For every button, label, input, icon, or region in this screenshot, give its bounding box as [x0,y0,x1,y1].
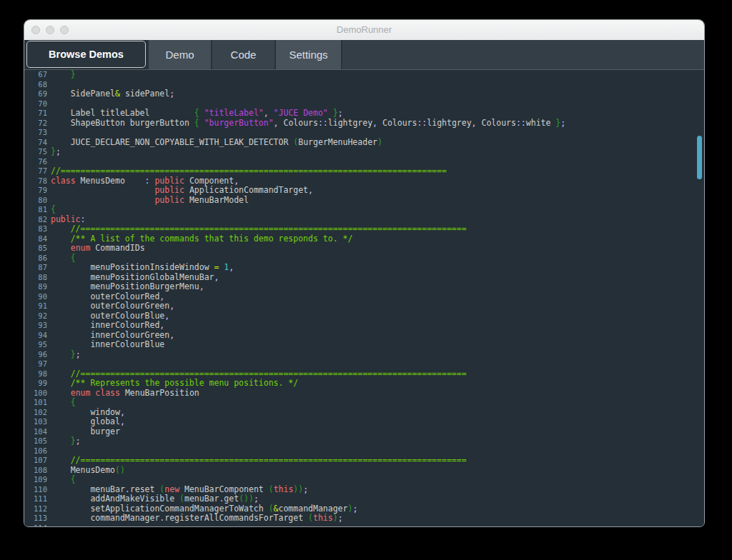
code-text: ShapeButton burgerButton { "burgerButton… [51,119,704,129]
code-line: 96 }; [24,350,704,360]
code-text: enum class MenuBarPosition [51,389,704,399]
code-line: 77//====================================… [24,166,704,176]
line-number: 82 [24,215,51,225]
line-number: 87 [24,263,51,273]
code-text [51,157,704,167]
browse-demos-button[interactable]: Browse Demos [26,41,146,68]
line-number: 77 [24,166,51,176]
line-number: 90 [24,292,51,302]
code-line: 102 window, [24,408,704,418]
code-text: }; [51,147,704,157]
line-number: 73 [24,128,51,138]
code-text: enum CommandIDs [51,244,704,254]
code-line: 84 /** A list of the commands that this … [24,234,704,244]
code-text: { [51,475,704,485]
code-text: { [51,205,704,215]
code-line: 82public: [24,215,704,225]
code-text [51,99,704,109]
browse-demos-zone: Browse Demos [24,40,147,69]
code-line: 92 outerColourBlue, [24,311,704,321]
code-text: //======================================… [51,224,704,234]
code-text [51,359,704,369]
line-number: 92 [24,311,51,321]
code-text: menuBar.reset (new MenuBarComponent (thi… [51,485,704,495]
code-text: class MenusDemo : public Component, [51,176,704,186]
tab-bar-filler [342,40,704,69]
code-line: 75}; [24,147,704,157]
code-text: MenusDemo() [51,466,704,476]
line-number: 81 [24,205,51,215]
line-number: 74 [24,138,51,148]
line-number: 70 [24,99,51,109]
code-line: 74 JUCE_DECLARE_NON_COPYABLE_WITH_LEAK_D… [24,138,704,148]
line-number: 67 [24,70,51,80]
code-line: 114 [24,524,704,528]
line-number: 114 [24,524,51,528]
vertical-scrollbar-thumb[interactable] [697,136,702,179]
code-line: 72 ShapeButton burgerButton { "burgerBut… [24,119,704,129]
line-number: 104 [24,427,51,437]
code-line: 67 } [24,70,704,80]
code-line: 70 [24,99,704,109]
code-text: } [51,70,704,80]
line-number: 88 [24,273,51,283]
line-number: 112 [24,504,51,514]
line-number: 75 [24,147,51,157]
line-number: 93 [24,321,51,331]
line-number: 101 [24,398,51,408]
code-text: outerColourRed, [51,292,704,302]
code-text: { [51,398,704,408]
code-text: outerColourGreen, [51,301,704,311]
code-line: 91 outerColourGreen, [24,301,704,311]
code-text: setApplicationCommandManagerToWatch (&co… [51,504,704,514]
code-text: menuPositionBurgerMenu, [51,282,704,292]
code-line: 104 burger [24,427,704,437]
line-number: 79 [24,186,51,196]
code-text: //======================================… [51,456,704,466]
code-text: public: [51,215,704,225]
code-text: public ApplicationCommandTarget, [51,186,704,196]
code-line: 110 menuBar.reset (new MenuBarComponent … [24,485,704,495]
code-line: 71 Label titleLabel { "titleLabel", "JUC… [24,109,704,119]
line-number: 86 [24,254,51,264]
title-bar[interactable]: DemoRunner [24,20,704,40]
tab-code[interactable]: Code [212,40,274,69]
code-text: //======================================… [51,166,704,176]
line-number: 83 [24,224,51,234]
code-text: menuPositionGlobalMenuBar, [51,273,704,283]
code-text [51,524,704,528]
line-number: 110 [24,485,51,495]
code-text: //======================================… [51,369,704,379]
tab-bar: Browse Demos DemoCodeSettings [24,40,704,69]
code-line: 112 setApplicationCommandManagerToWatch … [24,504,704,514]
code-text: outerColourBlue, [51,311,704,321]
code-line: 83 //===================================… [24,224,704,234]
code-text: burger [51,427,704,437]
code-line: 68 [24,80,704,90]
code-text: menuPositionInsideWindow = 1, [51,263,704,273]
tab-demo[interactable]: Demo [149,40,211,69]
code-line: 94 innerColourGreen, [24,331,704,341]
code-line: 89 menuPositionBurgerMenu, [24,282,704,292]
code-line: 111 addAndMakeVisible (menuBar.get()); [24,494,704,504]
code-text [51,80,704,90]
code-line: 107 //==================================… [24,456,704,466]
code-text: global, [51,417,704,427]
code-line: 69 SidePanel& sidePanel; [24,89,704,99]
code-line: 97 [24,359,704,369]
code-text: window, [51,408,704,418]
line-number: 108 [24,466,51,476]
code-editor[interactable]: 67 }6869 SidePanel& sidePanel;7071 Label… [24,69,704,527]
code-text: commandManager.registerAllCommandsForTar… [51,514,704,524]
code-line: 105 }; [24,436,704,446]
code-text: innerColourGreen, [51,331,704,341]
line-number: 85 [24,244,51,254]
code-text: }; [51,436,704,446]
code-line: 109 { [24,475,704,485]
tab-settings[interactable]: Settings [276,40,341,69]
line-number: 99 [24,379,51,389]
line-number: 102 [24,408,51,418]
line-number: 91 [24,301,51,311]
code-line: 95 innerColourBlue [24,340,704,350]
code-line: 80 public MenuBarModel [24,196,704,206]
